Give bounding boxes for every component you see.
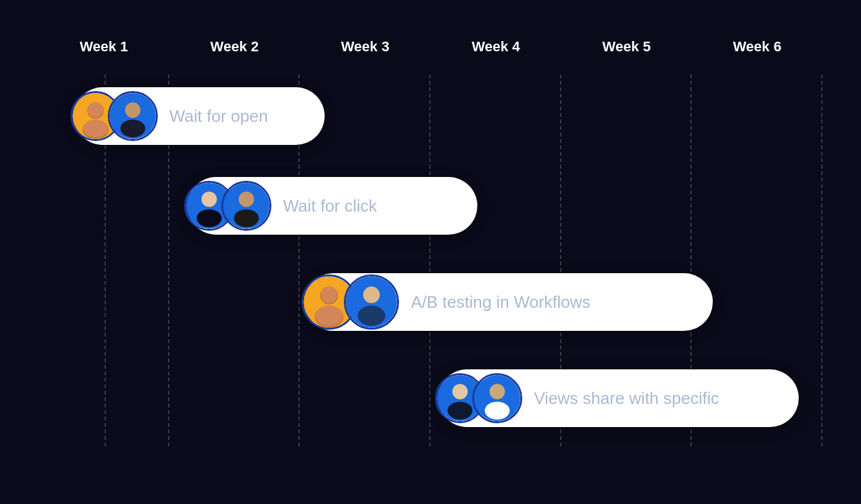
svg-point-7 <box>121 120 146 138</box>
task-1-avatars <box>71 91 158 141</box>
svg-point-19 <box>316 306 343 326</box>
svg-point-13 <box>239 192 254 207</box>
task-bar-4[interactable]: Views share with specific <box>438 369 799 427</box>
svg-point-4 <box>83 120 108 138</box>
svg-point-10 <box>201 192 217 207</box>
svg-point-8 <box>126 103 140 117</box>
week-header-6: Week 6 <box>692 38 823 55</box>
week-header-1: Week 1 <box>38 38 169 55</box>
task-4-avatar-2 <box>472 373 522 423</box>
week-header-5: Week 5 <box>561 38 692 55</box>
week-header-3: Week 3 <box>300 38 430 55</box>
task-4-avatars <box>435 373 522 423</box>
svg-point-14 <box>234 210 259 228</box>
gantt-body: Wait for open <box>38 74 823 446</box>
task-2-avatar-2 <box>221 181 271 231</box>
svg-point-25 <box>448 402 473 420</box>
svg-point-3 <box>88 103 103 118</box>
task-2-label: Wait for click <box>283 196 377 216</box>
task-bar-2[interactable]: Wait for click <box>187 177 477 235</box>
svg-point-18 <box>321 287 337 303</box>
week-header-4: Week 4 <box>430 38 561 55</box>
task-3-label: A/B testing in Workflows <box>411 292 590 312</box>
svg-point-29 <box>490 384 504 398</box>
gantt-container: Week 1 Week 2 Week 3 Week 4 Week 5 Week … <box>0 0 861 504</box>
task-bar-1[interactable]: Wait for open <box>74 87 325 145</box>
week-headers: Week 1 Week 2 Week 3 Week 4 Week 5 Week … <box>38 38 823 55</box>
week-header-2: Week 2 <box>169 38 300 55</box>
svg-point-11 <box>197 210 222 228</box>
task-1-label: Wait for open <box>169 106 268 126</box>
task-bar-3[interactable]: A/B testing in Workflows <box>305 273 712 331</box>
svg-point-21 <box>363 287 380 303</box>
svg-point-24 <box>452 384 468 399</box>
svg-point-28 <box>485 402 510 420</box>
task-3-avatar-2 <box>344 274 399 330</box>
task-2-avatars <box>184 181 271 231</box>
task-4-label: Views share with specific <box>534 389 719 408</box>
svg-point-22 <box>358 306 386 326</box>
task-1-avatar-2 <box>108 91 158 141</box>
task-3-avatars <box>302 274 399 330</box>
